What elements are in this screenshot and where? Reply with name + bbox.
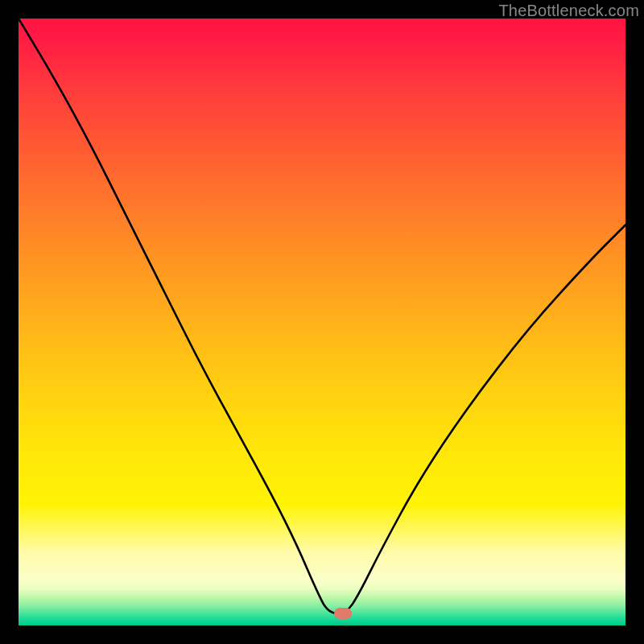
watermark-text: TheBottleneck.com bbox=[498, 2, 639, 20]
curve-path bbox=[19, 19, 625, 613]
chart-plot-area bbox=[19, 19, 625, 625]
optimal-point-marker bbox=[334, 608, 352, 619]
chart-frame: TheBottleneck.com bbox=[0, 0, 644, 644]
bottleneck-curve bbox=[19, 19, 625, 625]
